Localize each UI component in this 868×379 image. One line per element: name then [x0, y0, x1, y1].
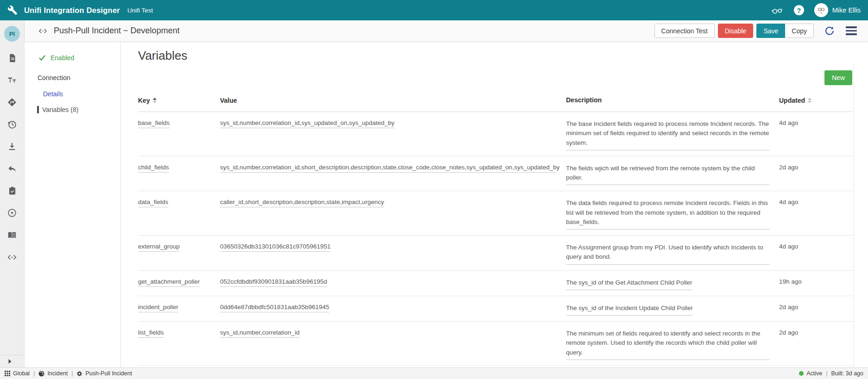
- spectacles-icon[interactable]: [771, 5, 784, 16]
- active-status: Active: [799, 370, 822, 377]
- value-cell[interactable]: caller_id,short_description,description,…: [220, 199, 566, 230]
- grid-icon: [5, 371, 10, 376]
- scope-link[interactable]: Global: [5, 370, 30, 377]
- top-app-bar: Unifi Integration Designer Unifi Test ? …: [0, 0, 868, 20]
- code-icon[interactable]: [7, 252, 17, 262]
- table-row: external_group 03650326db31301036c81c970…: [138, 236, 853, 271]
- refresh-icon[interactable]: [824, 25, 835, 36]
- play-circle-icon[interactable]: [7, 208, 17, 218]
- help-icon[interactable]: ?: [794, 5, 804, 15]
- directions-icon[interactable]: [7, 97, 17, 107]
- key-cell[interactable]: base_fields: [138, 119, 220, 150]
- updated-cell: 4d ago: [779, 243, 853, 265]
- key-cell[interactable]: get_attachment_poller: [138, 278, 220, 290]
- enabled-label: Enabled: [50, 54, 74, 62]
- connection-test-button[interactable]: Connection Test: [654, 24, 715, 38]
- separator: |: [33, 370, 35, 377]
- application-link[interactable]: Incident: [38, 370, 68, 377]
- integration-avatar[interactable]: PI: [4, 26, 20, 42]
- updated-cell: 2d ago: [779, 329, 853, 360]
- value-cell[interactable]: sys_id,number,correlation_id,sys_updated…: [220, 119, 566, 150]
- table-row: child_fields sys_id,number,correlation_i…: [138, 156, 853, 192]
- variables-scroll-region: New Key Value Description Updated: [138, 63, 854, 367]
- sort-icon-key: [153, 98, 157, 103]
- record-header: Push-Pull Incident ~ Development Connect…: [25, 20, 868, 42]
- disable-button[interactable]: Disable: [718, 24, 754, 38]
- task-check-icon[interactable]: [7, 186, 17, 196]
- book-icon[interactable]: [7, 230, 17, 240]
- table-row: list_fields sys_id,number,correlation_id…: [138, 322, 853, 366]
- description-cell[interactable]: The data fields required to process remo…: [566, 199, 779, 230]
- table-row: data_fields caller_id,short_description,…: [138, 191, 853, 236]
- value-cell[interactable]: 0dd64e87dbbdfc501831aab35b961945: [220, 304, 566, 316]
- user-avatar: [814, 3, 828, 17]
- description-cell[interactable]: The base Incident fields required to pro…: [566, 119, 779, 150]
- sidebar-expand-button[interactable]: [0, 355, 24, 367]
- key-cell[interactable]: incident_poller: [138, 304, 220, 316]
- description-cell[interactable]: The sys_id of the Incident Update Child …: [566, 304, 779, 316]
- enabled-status: Enabled: [25, 54, 120, 62]
- key-cell[interactable]: external_group: [138, 243, 220, 265]
- nav-section-connection: Connection: [25, 74, 120, 81]
- wrench-logo-icon: [7, 5, 18, 15]
- variables-table-body: base_fields sys_id,number,correlation_id…: [138, 112, 853, 379]
- status-bar: Global | Incident | Push-Pull Incident A…: [0, 367, 868, 379]
- text-format-icon[interactable]: [7, 75, 17, 85]
- unifi-integration-designer: Unifi Integration Designer Unifi Test ? …: [0, 0, 868, 379]
- description-cell[interactable]: The sys_id of the Get Attachment Child P…: [566, 278, 779, 290]
- copy-button[interactable]: Copy: [785, 24, 814, 38]
- nav-item-variables[interactable]: Variables (8): [37, 106, 120, 113]
- updated-cell: 4d ago: [779, 199, 853, 230]
- built-timestamp: Built: 3d ago: [831, 370, 864, 377]
- save-button[interactable]: Save: [756, 24, 785, 38]
- panel-heading: Variables: [138, 49, 854, 63]
- key-cell[interactable]: child_fields: [138, 164, 220, 186]
- gear-icon: [76, 371, 82, 377]
- table-header: Key Value Description Updated: [138, 91, 853, 112]
- table-row: get_attachment_poller 052ccfdbdbf9309018…: [138, 271, 853, 296]
- user-name: Mike Ellis: [832, 6, 861, 14]
- column-header-key[interactable]: Key: [138, 95, 220, 105]
- column-header-updated[interactable]: Updated: [779, 95, 853, 105]
- history-icon[interactable]: [7, 119, 17, 130]
- undo-icon[interactable]: [7, 164, 17, 174]
- column-header-description[interactable]: Description: [566, 95, 779, 105]
- check-icon: [38, 55, 46, 61]
- sort-icon-updated: [808, 98, 811, 103]
- updated-cell: 4d ago: [779, 119, 853, 150]
- description-cell[interactable]: The fields wjich will be retrieved from …: [566, 164, 779, 186]
- updated-cell: 2d ago: [779, 304, 853, 316]
- document-icon[interactable]: [7, 53, 17, 63]
- record-subnav: Enabled Connection Details Variables (8): [25, 42, 121, 367]
- column-header-value[interactable]: Value: [220, 95, 566, 105]
- updated-cell: 2d ago: [779, 164, 853, 186]
- user-menu[interactable]: Mike Ellis: [814, 3, 861, 17]
- table-row: incident_poller 0dd64e87dbbdfc501831aab3…: [138, 296, 853, 322]
- active-status-dot: [799, 371, 804, 376]
- chevron-right-icon: [8, 359, 12, 364]
- new-variable-button[interactable]: New: [824, 70, 852, 85]
- variables-panel: Variables New Key Value Description: [121, 42, 868, 367]
- application-icon: [38, 371, 44, 377]
- description-cell[interactable]: The Assignment group from my PDI. Used t…: [566, 243, 779, 265]
- app-title: Unifi Integration Designer: [24, 6, 120, 15]
- icon-sidebar: PI: [0, 20, 25, 367]
- nav-item-details[interactable]: Details: [25, 90, 120, 98]
- updated-cell: 19h ago: [779, 278, 853, 290]
- integration-code-icon: [38, 26, 48, 36]
- key-cell[interactable]: data_fields: [138, 199, 220, 230]
- value-cell[interactable]: 052ccfdbdbf930901831aab35b96195d: [220, 278, 566, 290]
- value-cell[interactable]: sys_id,number,correlation_id: [220, 329, 566, 360]
- download-icon[interactable]: [7, 142, 17, 152]
- table-row: base_fields sys_id,number,correlation_id…: [138, 112, 853, 156]
- separator: |: [826, 370, 827, 377]
- separator: |: [71, 370, 73, 377]
- record-link[interactable]: Push-Pull Incident: [76, 370, 132, 377]
- value-cell[interactable]: 03650326db31301036c81c9705961951: [220, 243, 566, 265]
- description-cell[interactable]: The minimum set of fields required to id…: [566, 329, 779, 360]
- page-title: Push-Pull Incident ~ Development: [54, 26, 180, 36]
- environment-label: Unifi Test: [127, 7, 153, 14]
- menu-icon[interactable]: [846, 26, 857, 35]
- value-cell[interactable]: sys_id,number,correlation_id,short_descr…: [220, 164, 566, 186]
- key-cell[interactable]: list_fields: [138, 329, 220, 360]
